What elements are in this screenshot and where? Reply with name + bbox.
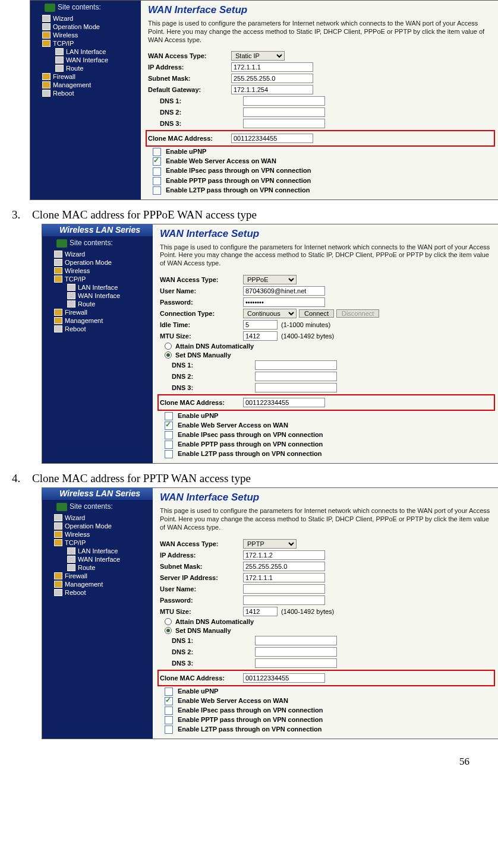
dns3-input[interactable]	[255, 658, 337, 668]
dns3-input[interactable]	[243, 119, 325, 128]
checkbox-l2tp[interactable]	[165, 726, 173, 734]
page-title: WAN Interface Setup	[160, 228, 493, 240]
nav-wizard[interactable]: Wizard	[46, 250, 153, 258]
nav-wan[interactable]: WAN Interface	[46, 292, 153, 300]
nav-firewall[interactable]: Firewall	[46, 572, 153, 580]
connect-button[interactable]: Connect	[299, 309, 334, 318]
nav-reboot[interactable]: Reboot	[34, 89, 141, 97]
radio-attain-dns[interactable]	[165, 343, 172, 350]
screenshot-pptp: Wireless LAN Series Site contents: Wizar…	[42, 487, 498, 739]
checkbox-pptp[interactable]	[165, 716, 173, 724]
nav-opmode[interactable]: Operation Mode	[34, 23, 141, 31]
dns2-input[interactable]	[255, 647, 337, 657]
titlebar: Wireless LAN Series	[42, 487, 153, 500]
label-set-dns: Set DNS Manually	[175, 351, 231, 359]
dns2-input[interactable]	[255, 372, 337, 381]
mtu-input[interactable]	[243, 607, 278, 616]
nav-lan[interactable]: LAN Interface	[34, 47, 141, 56]
radio-set-dns[interactable]	[165, 351, 172, 359]
nav-opmode[interactable]: Operation Mode	[46, 522, 153, 530]
dns1-input[interactable]	[243, 96, 325, 106]
subnet-input[interactable]	[231, 74, 313, 83]
wan-access-select[interactable]: Static IP	[231, 51, 285, 61]
nav-tcpip[interactable]: TCP/IP	[34, 39, 141, 47]
page-icon	[55, 48, 64, 55]
globe-icon	[56, 239, 67, 248]
checkbox-pptp[interactable]	[153, 177, 161, 185]
checkbox-upnp[interactable]	[165, 412, 173, 420]
nav-route[interactable]: Route	[46, 563, 153, 572]
folder-open-icon	[54, 539, 62, 546]
disconnect-button[interactable]: Disconnect	[336, 309, 379, 318]
nav-firewall[interactable]: Firewall	[34, 72, 141, 81]
nav-tree: Wizard Operation Mode Wireless TCP/IP LA…	[34, 14, 141, 97]
nav-wan[interactable]: WAN Interface	[34, 56, 141, 64]
checkbox-pptp[interactable]	[165, 441, 173, 449]
gateway-input[interactable]	[231, 85, 313, 94]
mtu-input[interactable]	[243, 331, 278, 341]
pass-input[interactable]	[243, 297, 325, 307]
dns1-input[interactable]	[255, 636, 337, 645]
nav-wireless[interactable]: Wireless	[34, 31, 141, 39]
nav-route[interactable]: Route	[34, 64, 141, 72]
idle-input[interactable]	[243, 320, 278, 330]
nav-mgmt[interactable]: Management	[46, 580, 153, 588]
checkbox-web[interactable]	[165, 697, 173, 705]
nav-wan[interactable]: WAN Interface	[46, 555, 153, 563]
checkbox-ipsec[interactable]	[165, 707, 173, 715]
clone-mac-input[interactable]	[243, 673, 325, 683]
nav-reboot[interactable]: Reboot	[46, 588, 153, 597]
checkbox-web[interactable]	[165, 422, 173, 430]
clone-mac-highlight: Clone MAC Address:	[157, 394, 495, 411]
label-web: Enable Web Server Access on WAN	[178, 697, 288, 704]
nav-mgmt[interactable]: Management	[34, 81, 141, 89]
label-l2tp: Enable L2TP pass through on VPN connecti…	[178, 450, 322, 457]
checkbox-l2tp[interactable]	[165, 450, 173, 458]
nav-tcpip[interactable]: TCP/IP	[46, 538, 153, 547]
wan-access-select[interactable]: PPPoE	[243, 275, 297, 284]
nav-tcpip[interactable]: TCP/IP	[46, 275, 153, 283]
subnet-input[interactable]	[243, 562, 325, 571]
label-pptp: Enable PPTP pass through on VPN connecti…	[178, 441, 323, 448]
nav-mgmt[interactable]: Management	[46, 316, 153, 325]
nav-wizard[interactable]: Wizard	[34, 14, 141, 23]
mtu-note: (1400-1492 bytes)	[281, 332, 334, 340]
dns3-input[interactable]	[255, 383, 337, 392]
label-subnet: Subnet Mask:	[160, 563, 243, 570]
ip-input[interactable]	[231, 62, 313, 72]
sidebar: Site contents: Wizard Operation Mode Wir…	[30, 1, 141, 199]
nav-route[interactable]: Route	[46, 300, 153, 308]
user-input[interactable]	[243, 286, 325, 296]
label-l2tp: Enable L2TP pass through on VPN connecti…	[178, 726, 322, 733]
folder-open-icon	[54, 275, 62, 283]
nav-opmode[interactable]: Operation Mode	[46, 258, 153, 267]
checkbox-ipsec[interactable]	[165, 431, 173, 439]
conn-type-select[interactable]: Continuous	[243, 309, 297, 318]
server-ip-input[interactable]	[243, 573, 325, 582]
checkbox-upnp[interactable]	[153, 148, 161, 156]
page-icon	[54, 325, 62, 332]
dns1-input[interactable]	[255, 360, 337, 370]
clone-mac-input[interactable]	[231, 134, 313, 143]
nav-wizard[interactable]: Wizard	[46, 514, 153, 522]
checkbox-l2tp[interactable]	[153, 186, 161, 195]
checkbox-ipsec[interactable]	[153, 167, 161, 176]
radio-attain-dns[interactable]	[165, 618, 172, 625]
clone-mac-input[interactable]	[243, 398, 325, 407]
nav-lan[interactable]: LAN Interface	[46, 283, 153, 292]
pass-input[interactable]	[243, 595, 325, 605]
radio-set-dns[interactable]	[165, 627, 172, 634]
ip-input[interactable]	[243, 550, 325, 560]
dns2-input[interactable]	[243, 107, 325, 117]
nav-firewall[interactable]: Firewall	[46, 308, 153, 316]
user-input[interactable]	[243, 584, 325, 594]
checkbox-web[interactable]	[153, 157, 161, 166]
nav-wireless[interactable]: Wireless	[46, 267, 153, 275]
nav-lan[interactable]: LAN Interface	[46, 547, 153, 555]
step-4-text: Clone MAC address for PPTP WAN access ty…	[32, 472, 486, 485]
nav-wireless[interactable]: Wireless	[46, 530, 153, 538]
wan-access-select[interactable]: PPTP	[243, 539, 297, 549]
nav-reboot[interactable]: Reboot	[46, 325, 153, 333]
checkbox-upnp[interactable]	[165, 688, 173, 696]
label-dns1: DNS 1:	[160, 637, 255, 644]
